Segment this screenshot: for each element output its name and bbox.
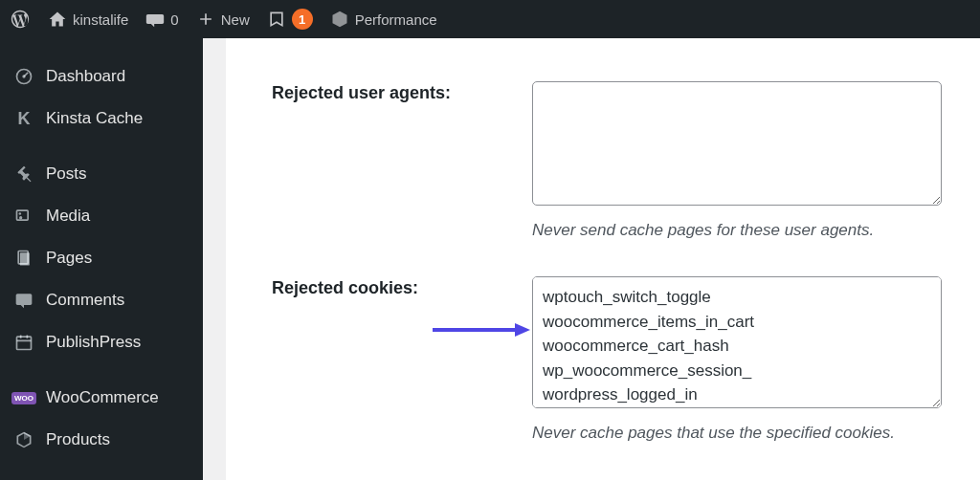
comment-icon (145, 10, 165, 29)
rejected-cookies-help: Never cache pages that use the specified… (532, 424, 942, 443)
dashboard-icon (13, 66, 34, 87)
w3tc-icon (330, 10, 349, 29)
sidebar-item-woocommerce[interactable]: WOO WooCommerce (0, 377, 203, 419)
pin-icon (13, 164, 34, 185)
performance-label: Performance (355, 11, 437, 28)
svg-rect-7 (17, 337, 32, 349)
sidebar-item-dashboard[interactable]: Dashboard (0, 55, 203, 98)
sidebar-item-label: Dashboard (46, 67, 125, 86)
sidebar-item-label: PublishPress (46, 333, 141, 352)
yoast-icon (267, 9, 286, 30)
svg-point-1 (22, 75, 25, 77)
svg-rect-2 (17, 210, 29, 220)
sidebar-item-media[interactable]: Media (0, 195, 203, 237)
sidebar-item-publishpress[interactable]: PublishPress (0, 321, 203, 363)
performance-link[interactable]: Performance (330, 10, 437, 29)
svg-point-3 (19, 216, 22, 219)
plus-icon (196, 10, 215, 29)
svg-rect-6 (20, 252, 30, 265)
sidebar-item-label: Products (46, 430, 110, 449)
sidebar-item-label: Pages (46, 249, 92, 268)
yoast-badge: 1 (292, 9, 313, 30)
site-title: kinstalife (73, 11, 128, 28)
sidebar-item-pages[interactable]: Pages (0, 237, 203, 279)
comments-link[interactable]: 0 (145, 10, 178, 29)
rejected-user-agents-row: Rejected user agents: Never send cache p… (272, 81, 942, 240)
sidebar-item-products[interactable]: Products (0, 419, 203, 461)
admin-sidebar: Dashboard K Kinsta Cache Posts Media Pag… (0, 38, 203, 480)
products-icon (13, 429, 34, 450)
content-edge (203, 38, 226, 480)
rejected-user-agents-field: Never send cache pages for these user ag… (532, 81, 942, 240)
wordpress-logo[interactable] (10, 9, 31, 30)
rejected-cookies-textarea[interactable] (532, 276, 942, 408)
yoast-link[interactable]: 1 (267, 9, 313, 30)
sidebar-item-comments[interactable]: Comments (0, 279, 203, 321)
sidebar-item-label: Kinsta Cache (46, 109, 143, 128)
calendar-icon (13, 332, 34, 353)
rejected-cookies-row: Rejected cookies: Never cache pages that… (272, 276, 942, 443)
sidebar-item-label: WooCommerce (46, 388, 159, 407)
rejected-cookies-field: Never cache pages that use the specified… (532, 276, 942, 443)
sidebar-item-kinsta-cache[interactable]: K Kinsta Cache (0, 98, 203, 140)
sidebar-item-posts[interactable]: Posts (0, 153, 203, 195)
sidebar-item-label: Comments (46, 291, 124, 310)
rejected-cookies-label: Rejected cookies: (272, 276, 532, 443)
comments-count: 0 (170, 11, 178, 28)
pages-icon (13, 248, 34, 269)
home-icon (48, 10, 67, 29)
site-link[interactable]: kinstalife (48, 10, 128, 29)
sidebar-item-label: Posts (46, 164, 87, 184)
content-area: Rejected user agents: Never send cache p… (226, 38, 980, 480)
sidebar-item-label: Media (46, 207, 90, 226)
admin-bar: kinstalife 0 New 1 Performance (0, 0, 980, 38)
rejected-user-agents-textarea[interactable] (532, 81, 942, 206)
svg-point-4 (19, 212, 22, 215)
rejected-user-agents-label: Rejected user agents: (272, 81, 532, 240)
new-label: New (221, 11, 250, 28)
kinsta-icon: K (13, 108, 34, 129)
wordpress-icon (10, 9, 31, 30)
woocommerce-icon: WOO (13, 387, 34, 408)
comments-icon (13, 290, 34, 311)
media-icon (13, 206, 34, 227)
new-content-link[interactable]: New (196, 10, 250, 29)
rejected-user-agents-help: Never send cache pages for these user ag… (532, 221, 942, 240)
